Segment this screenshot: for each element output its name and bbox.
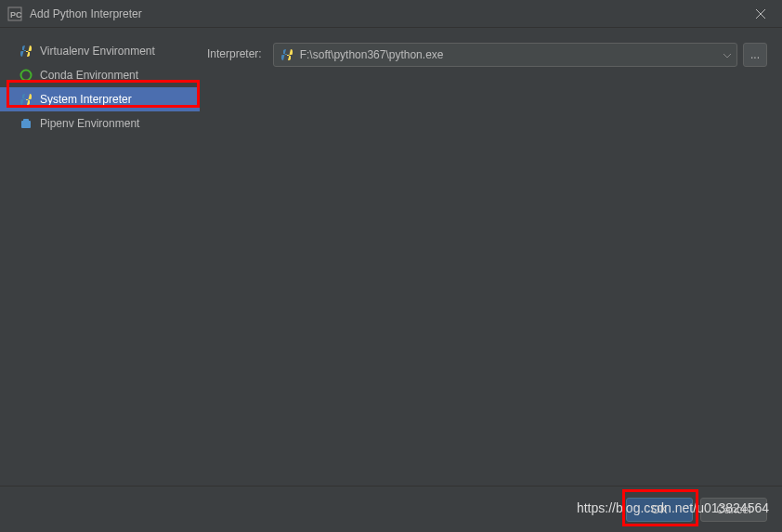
svg-rect-5 — [21, 121, 31, 128]
browse-button[interactable]: ... — [743, 43, 767, 67]
sidebar-item-label: Conda Environment — [40, 69, 138, 82]
svg-point-4 — [21, 71, 32, 81]
main-panel: Interpreter: F:\soft\python367\python.ex… — [200, 28, 782, 486]
interpreter-label: Interpreter: — [207, 43, 262, 60]
sidebar-item-label: System Interpreter — [40, 93, 132, 106]
python-icon — [280, 47, 294, 62]
content-area: Virtualenv Environment Conda Environment… — [0, 28, 782, 486]
cancel-label: Cancel — [716, 503, 750, 516]
pipenv-icon — [19, 116, 33, 131]
sidebar-item-virtualenv[interactable]: Virtualenv Environment — [0, 39, 200, 63]
window-title: Add Python Interpreter — [30, 7, 747, 20]
sidebar-item-pipenv[interactable]: Pipenv Environment — [0, 111, 200, 136]
python-icon — [19, 44, 33, 58]
sidebar-item-conda[interactable]: Conda Environment — [0, 63, 200, 87]
sidebar-item-label: Pipenv Environment — [40, 117, 139, 130]
footer: OK Cancel — [0, 486, 782, 532]
sidebar: Virtualenv Environment Conda Environment… — [0, 28, 200, 486]
close-button[interactable] — [747, 0, 775, 28]
chevron-down-icon — [723, 48, 731, 61]
app-icon: PC — [7, 6, 22, 21]
ok-label: OK — [651, 503, 667, 516]
python-icon — [19, 92, 33, 107]
sidebar-item-system[interactable]: System Interpreter — [0, 87, 200, 111]
conda-icon — [19, 68, 33, 83]
interpreter-dropdown[interactable]: F:\soft\python367\python.exe — [273, 43, 737, 67]
ok-button[interactable]: OK — [626, 498, 693, 522]
sidebar-item-label: Virtualenv Environment — [40, 45, 155, 58]
interpreter-value: F:\soft\python367\python.exe — [300, 48, 444, 61]
cancel-button[interactable]: Cancel — [700, 498, 767, 522]
svg-text:PC: PC — [10, 10, 22, 19]
browse-label: ... — [750, 48, 760, 61]
interpreter-field-group: F:\soft\python367\python.exe ... — [273, 43, 767, 67]
titlebar: PC Add Python Interpreter — [0, 0, 782, 28]
svg-rect-6 — [23, 119, 29, 122]
